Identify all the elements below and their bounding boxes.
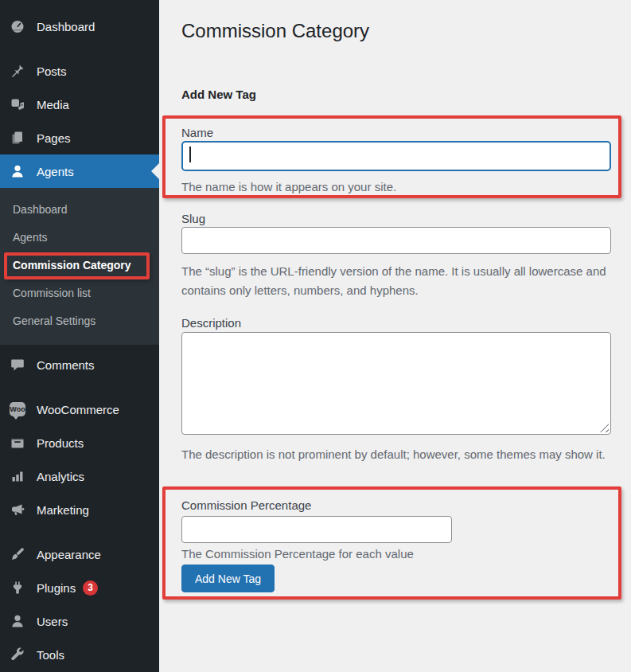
paintbrush-icon	[10, 546, 25, 562]
sidebar-item-pages[interactable]: Pages	[0, 121, 159, 154]
description-textarea[interactable]	[181, 332, 611, 435]
sidebar-item-comments[interactable]: Comments	[0, 348, 159, 381]
agents-submenu: Dashboard Agents Commission Category Com…	[0, 188, 159, 345]
slug-help-text: The “slug” is the URL-friendly version o…	[181, 262, 631, 300]
sidebar-item-media[interactable]: Media	[0, 88, 159, 121]
sidebar-item-label: Dashboard	[37, 20, 95, 33]
submenu-item-label: Dashboard	[13, 203, 68, 216]
slug-label: Slug	[181, 212, 205, 225]
dashboard-gauge-icon	[10, 18, 25, 34]
sidebar-item-tools[interactable]: Tools	[0, 638, 159, 671]
slug-input[interactable]	[181, 227, 611, 254]
menu-separator	[0, 381, 159, 393]
sidebar-item-appearance[interactable]: Appearance	[0, 537, 159, 571]
media-icon	[10, 96, 25, 112]
commission-percentage-label: Commission Percentage	[181, 498, 311, 512]
commission-help-text: The Commission Percentage for each value	[181, 545, 414, 564]
sidebar-item-agents[interactable]: Agents	[0, 154, 159, 188]
sidebar-item-posts[interactable]: Posts	[0, 54, 159, 88]
plugin-icon	[10, 580, 25, 596]
person-icon	[10, 163, 25, 179]
sidebar-item-label: Agents	[37, 165, 74, 178]
name-input[interactable]	[181, 141, 611, 171]
sidebar-item-label: Tools	[37, 648, 64, 662]
sidebar-item-users[interactable]: Users	[0, 604, 159, 638]
submenu-item-general-settings[interactable]: General Settings	[0, 307, 159, 335]
sidebar-item-products[interactable]: Products	[0, 426, 159, 459]
submenu-item-agents[interactable]: Agents	[0, 224, 159, 252]
submenu-item-label: Commission Category	[13, 259, 131, 272]
sidebar-item-label: Comments	[37, 358, 95, 372]
sidebar-item-label: Media	[37, 98, 69, 111]
wrench-icon	[10, 647, 25, 662]
description-label: Description	[181, 316, 241, 330]
woocommerce-icon: Woo	[10, 401, 25, 417]
plugins-update-badge: 3	[83, 580, 98, 596]
menu-separator	[0, 526, 159, 537]
add-new-tag-button[interactable]: Add New Tag	[181, 565, 275, 592]
sidebar-item-label: Analytics	[37, 470, 84, 483]
commission-percentage-input[interactable]	[181, 516, 452, 543]
submenu-item-commission-category[interactable]: Commission Category	[0, 252, 159, 279]
page-title: Commission Category	[181, 20, 369, 42]
text-caret	[189, 147, 191, 162]
sidebar-item-dashboard[interactable]: Dashboard	[0, 10, 159, 43]
product-box-icon	[10, 435, 25, 451]
name-help-text: The name is how it appears on your site.	[181, 178, 396, 197]
sidebar-item-label: Plugins	[37, 581, 76, 595]
megaphone-icon	[10, 502, 25, 518]
sidebar-item-label: Users	[37, 615, 68, 628]
pages-icon	[10, 130, 25, 146]
comment-bubble-icon	[10, 357, 25, 373]
sidebar-item-plugins[interactable]: Plugins 3	[0, 571, 159, 604]
user-icon	[10, 613, 25, 629]
sidebar-item-label: Products	[37, 436, 84, 450]
admin-sidebar: Dashboard Posts Media Pages Agents Dashb…	[0, 0, 159, 672]
sidebar-item-label: WooCommerce	[37, 403, 119, 416]
sidebar-item-label: Pages	[37, 131, 71, 145]
sidebar-item-analytics[interactable]: Analytics	[0, 459, 159, 493]
sidebar-item-label: Appearance	[37, 548, 101, 561]
sidebar-item-label: Marketing	[37, 503, 89, 517]
name-label: Name	[181, 126, 213, 139]
submenu-item-label: General Settings	[13, 315, 95, 327]
submenu-item-label: Agents	[13, 231, 48, 244]
form-heading: Add New Tag	[181, 88, 256, 101]
sidebar-item-label: Posts	[37, 64, 67, 78]
bar-chart-icon	[10, 468, 25, 484]
current-menu-arrow	[151, 163, 159, 179]
description-help-text: The description is not prominent by defa…	[181, 445, 621, 464]
pushpin-icon	[10, 63, 25, 79]
main-content: Commission Category Add New Tag Name The…	[159, 0, 631, 672]
submenu-item-commission-list[interactable]: Commission list	[0, 279, 159, 307]
submenu-item-dashboard[interactable]: Dashboard	[0, 196, 159, 224]
sidebar-item-marketing[interactable]: Marketing	[0, 493, 159, 526]
sidebar-item-woocommerce[interactable]: Woo WooCommerce	[0, 393, 159, 426]
submenu-item-label: Commission list	[13, 287, 91, 299]
menu-separator	[0, 43, 159, 54]
